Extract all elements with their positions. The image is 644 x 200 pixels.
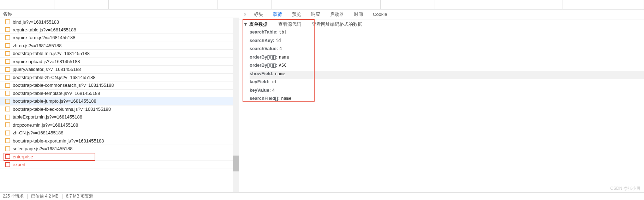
scrollbar-thumb[interactable] [233,156,239,171]
request-row[interactable]: bootstrap-table-template.js?v=1681455188 [0,90,239,98]
request-name: selectpage.js?v=1681455188 [13,146,73,151]
svg-rect-15 [6,139,10,143]
request-row[interactable]: zh-cn.js?v=1681455188 [0,42,239,50]
form-data-row[interactable]: keyValue:4 [250,87,644,96]
request-row[interactable]: selectpage.js?v=1681455188 [0,145,239,153]
request-name: enterprise [13,154,33,159]
request-name: bootstrap-table.min.js?v=1681455188 [13,51,90,56]
xhr-icon [5,154,10,159]
detail-tab[interactable]: Cookie [368,10,392,19]
form-data-row[interactable]: searchField[]:name [250,96,644,104]
svg-rect-2 [6,36,10,40]
request-row[interactable]: tableExport.min.js?v=1681455188 [0,113,239,121]
svg-rect-16 [6,147,10,151]
top-tab[interactable] [326,0,381,9]
js-file-icon [5,51,10,56]
form-data-label[interactable]: 表单数据 [249,22,268,27]
request-row[interactable]: dropzone.min.js?v=1681455188 [0,121,239,129]
form-data-row[interactable]: searchTable:tbl [250,29,644,38]
request-name: require-upload.js?v=1681455188 [13,59,80,64]
form-data-value: name [279,55,289,60]
form-data-row[interactable]: showField:name [250,71,644,79]
top-tab[interactable] [163,0,217,9]
request-row[interactable]: bootstrap-table-export.min.js?v=16814551… [0,137,239,145]
top-tab[interactable] [381,0,435,9]
request-name: zh-cn.js?v=1681455188 [13,43,61,48]
scrollbar-track[interactable] [233,18,239,192]
form-data-key: keyField: [250,79,271,84]
request-row[interactable]: enterprise [0,153,239,161]
request-row[interactable]: expert [0,161,239,169]
top-tab[interactable] [54,0,109,9]
request-name: bootstrap-table-zh-CN.js?v=1681455188 [13,75,96,80]
js-file-icon [5,99,10,104]
view-url-encoded-link[interactable]: 查看网址编码格式的数据 [312,21,362,28]
form-data-row[interactable]: searchKey:id [250,38,644,46]
request-row[interactable]: zh-CN.js?v=1681455188 [0,129,239,137]
request-row[interactable]: require-form.js?v=1681455188 [0,34,239,42]
status-transferred: 已传输 4.2 MB [31,193,58,199]
top-tab[interactable] [217,0,272,9]
form-data-value: id [271,79,276,84]
js-file-icon [5,91,10,96]
form-data-row[interactable]: orderBy[0][]:name [250,54,644,63]
js-file-icon [5,131,10,135]
form-data-list: searchTable:tblsearchKey:idsearchValue:4… [239,29,644,104]
top-tab[interactable] [109,0,163,9]
status-bar: 225 个请求 已传输 4.2 MB 6.7 MB 项资源 [0,192,644,200]
request-row[interactable]: bootstrap-table-commonsearch.js?v=168145… [0,81,239,90]
request-name: bootstrap-table-jumpto.js?v=1681455188 [13,98,96,104]
request-row[interactable]: require-table.js?v=1681455188 [0,26,239,34]
js-file-icon [5,122,10,127]
top-tab[interactable] [272,0,326,9]
svg-rect-10 [6,99,10,103]
form-data-row[interactable]: searchValue:4 [250,46,644,54]
form-data-row[interactable]: orderBy[0][]:ASC [250,62,644,71]
form-data-value: ASC [279,63,287,68]
top-tab[interactable] [562,0,644,9]
svg-rect-14 [6,131,10,135]
request-row[interactable]: require-upload.js?v=1681455188 [0,58,239,66]
detail-tab[interactable]: 响应 [306,10,325,19]
svg-rect-12 [6,115,10,119]
request-detail-panel: × 标头载荷预览响应启动器时间Cookie ▼表单数据 查看源代码 查看网址编码… [239,10,644,192]
js-file-icon [5,146,10,151]
form-data-key: orderBy[0][]: [250,62,279,68]
detail-tab[interactable]: 预览 [287,10,306,19]
form-data-value: 4 [272,88,275,93]
detail-tab[interactable]: 启动器 [325,10,349,19]
form-data-key: orderBy[0][]: [250,54,279,60]
svg-rect-4 [6,51,10,56]
detail-tab[interactable]: 载荷 [268,10,287,19]
request-row[interactable]: bootstrap-table.min.js?v=1681455188 [0,50,239,58]
request-name: bootstrap-table-template.js?v=1681455188 [13,91,100,96]
svg-rect-13 [6,123,10,127]
request-name: bootstrap-table-fixed-columns.js?v=16814… [13,107,111,112]
request-row[interactable]: bootstrap-table-fixed-columns.js?v=16814… [0,105,239,114]
payload-sub-header: ▼表单数据 查看源代码 查看网址编码格式的数据 [239,19,644,29]
svg-rect-7 [6,75,10,79]
request-row[interactable]: jquery.validator.js?v=1681455188 [0,66,239,74]
detail-tab[interactable]: 标头 [249,10,268,19]
js-file-icon [5,107,10,111]
collapse-arrow-icon[interactable]: ▼ [243,22,248,27]
form-data-key: searchValue: [250,46,279,51]
request-row[interactable]: bind.js?v=1681455188 [0,18,239,26]
js-file-icon [5,43,10,48]
form-data-key: searchKey: [250,38,276,43]
column-header-name[interactable]: 名称 [0,10,239,18]
close-icon[interactable]: × [241,12,249,17]
request-row[interactable]: bootstrap-table-zh-CN.js?v=1681455188 [0,74,239,82]
form-data-row[interactable]: keyField:id [250,79,644,87]
request-row[interactable]: bootstrap-table-jumpto.js?v=1681455188 [0,97,239,105]
svg-rect-1 [6,28,10,32]
request-name: bind.js?v=1681455188 [13,19,59,25]
js-file-icon [5,19,10,24]
detail-tabs-bar: × 标头载荷预览响应启动器时间Cookie [239,10,644,19]
top-tab[interactable] [0,0,54,9]
request-name: tableExport.min.js?v=1681455188 [13,114,82,120]
request-name: dropzone.min.js?v=1681455188 [13,122,78,128]
detail-tab[interactable]: 时间 [349,10,368,19]
view-source-link[interactable]: 查看源代码 [278,21,301,28]
network-request-panel: 名称 bind.js?v=1681455188require-table.js?… [0,10,239,192]
